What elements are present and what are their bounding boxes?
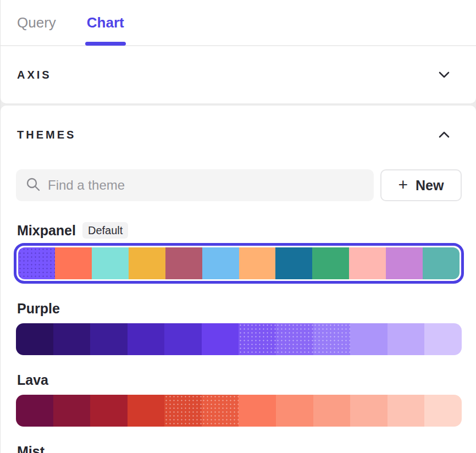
theme-list: Mixpanel Default Purple Lava Mist [1,222,476,453]
swatch-color [239,323,276,355]
swatch-color [202,323,239,355]
themes-section-title: THEMES [17,129,76,141]
swatch-color [313,395,351,427]
theme-name: Purple [17,301,60,317]
swatch-color [202,395,239,427]
swatch-color [313,323,351,355]
swatch-color [388,323,425,355]
chevron-down-icon[interactable] [436,69,452,80]
new-theme-button-label: New [416,178,444,194]
plus-icon: + [398,176,408,193]
swatch-color [16,323,53,355]
themes-section-header[interactable]: THEMES [1,126,476,143]
theme-list-item-lava: Lava [1,372,476,427]
tab-chart-label: Chart [87,14,124,31]
theme-name: Mist [17,444,45,453]
swatch-color [202,247,239,279]
swatch-color [129,247,165,279]
swatch-color [350,323,388,355]
swatch-color [92,247,129,279]
swatch-color [239,247,276,279]
swatch-color [128,323,165,355]
swatch-color [55,247,92,279]
swatch-color [275,247,312,279]
tab-bar: Query Chart [1,0,476,45]
swatch-color [424,395,462,427]
swatch-color [276,395,313,427]
theme-search-box[interactable] [16,169,374,201]
theme-label-row: Purple [1,300,476,317]
new-theme-button[interactable]: + New [380,169,462,201]
theme-swatch-row[interactable] [14,243,464,284]
theme-swatch-row[interactable] [16,395,462,427]
themes-section: THEMES + New Mixpanel Default [1,106,476,453]
theme-list-item-purple: Purple [1,300,476,355]
theme-list-item-mixpanel: Mixpanel Default [1,222,476,284]
theme-list-item-mist: Mist [1,443,476,453]
theme-name: Mixpanel [17,223,76,239]
theme-search-input[interactable] [48,178,364,193]
swatch-color [53,395,91,427]
axis-section-header[interactable]: AXIS [1,46,476,103]
theme-label-row: Lava [1,372,476,388]
theme-default-badge: Default [82,222,128,239]
swatch-color [423,247,460,279]
swatch-color [16,395,53,427]
theme-label-row: Mixpanel Default [1,222,476,239]
swatch-color [90,323,128,355]
swatch-color [239,395,276,427]
search-icon [26,177,40,194]
theme-label-row: Mist [1,443,476,453]
tab-query[interactable]: Query [17,0,56,45]
swatch-color [165,247,202,279]
swatch-color [128,395,165,427]
swatch-color [350,395,388,427]
tab-query-label: Query [17,14,56,31]
axis-section-title: AXIS [17,69,52,81]
swatch-color [53,323,91,355]
swatch-color [349,247,386,279]
active-tab-indicator [85,42,126,46]
theme-name: Lava [17,372,48,388]
tab-chart[interactable]: Chart [87,0,124,45]
swatch-color [90,395,128,427]
swatch-color [164,395,202,427]
swatch-color [386,247,423,279]
swatch-color [388,395,425,427]
swatch-color [424,323,462,355]
theme-toolbar: + New [1,169,476,201]
swatch-color [164,323,202,355]
swatch-color [312,247,349,279]
swatch-color [276,323,313,355]
chevron-up-icon[interactable] [436,129,452,140]
theme-swatch-row[interactable] [16,323,462,355]
chart-settings-panel: Query Chart AXIS THEMES [0,0,476,453]
swatch-color [18,247,55,279]
